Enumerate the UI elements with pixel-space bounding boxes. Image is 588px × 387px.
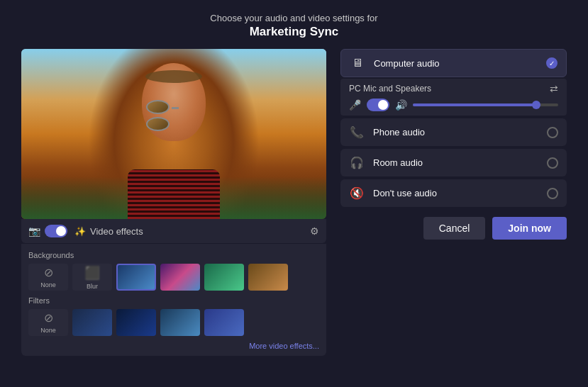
- microphone-icon: 🎤: [349, 99, 361, 111]
- computer-audio-option[interactable]: 🖥 Computer audio: [340, 49, 567, 77]
- camera-toggle-area: 📷: [28, 225, 67, 237]
- phone-audio-icon: 📞: [349, 125, 365, 139]
- volume-slider[interactable]: [413, 103, 558, 106]
- blur-icon: ⬛: [84, 265, 100, 281]
- bg-image-2-thumb[interactable]: [160, 264, 200, 291]
- bg-blur-label: Blur: [87, 283, 98, 290]
- header: Choose your audio and video settings for…: [210, 0, 377, 39]
- filters-label: Filters: [28, 296, 319, 305]
- audio-adjust-icon[interactable]: ⇄: [550, 83, 558, 94]
- bg-blur-thumb[interactable]: ⬛ Blur: [72, 264, 112, 291]
- action-buttons: Cancel Join now: [340, 217, 567, 240]
- camera-toggle[interactable]: [45, 225, 67, 237]
- filter-1-thumb[interactable]: [72, 309, 112, 336]
- mic-toggle[interactable]: [367, 99, 389, 111]
- no-audio-option[interactable]: 🔇 Don't use audio: [340, 179, 567, 207]
- video-controls-bar: 📷 ✨ Video effects ⚙: [21, 219, 326, 243]
- bg-image-1-thumb[interactable]: [116, 264, 156, 291]
- pc-audio-section: PC Mic and Speakers ⇄ 🎤 🔊: [340, 79, 567, 116]
- header-title: Marketing Sync: [210, 25, 377, 39]
- filters-row: ⊘ None: [28, 309, 319, 336]
- bg-none-thumb[interactable]: ⊘ None: [28, 264, 68, 291]
- filter-4-thumb[interactable]: [204, 309, 244, 336]
- bg-image-4-thumb[interactable]: [248, 264, 288, 291]
- no-audio-label: Don't use audio: [373, 188, 538, 198]
- bg-image-3-thumb[interactable]: [204, 264, 244, 291]
- left-panel: 📷 ✨ Video effects ⚙ Backgrounds ⊘ None: [21, 49, 326, 356]
- more-video-effects-link[interactable]: More video effects...: [28, 342, 319, 350]
- settings-gear-button[interactable]: ⚙: [310, 225, 319, 237]
- effects-panel: Backgrounds ⊘ None ⬛ Blur Fi: [21, 244, 326, 356]
- phone-audio-radio: [547, 127, 558, 138]
- computer-audio-icon: 🖥: [350, 57, 365, 69]
- room-audio-option[interactable]: 🎧 Room audio: [340, 149, 567, 176]
- phone-audio-option[interactable]: 📞 Phone audio: [340, 118, 567, 146]
- video-person: [21, 49, 326, 219]
- join-button[interactable]: Join now: [492, 217, 567, 240]
- no-audio-icon: 🔇: [349, 186, 365, 200]
- room-audio-icon: 🎧: [349, 156, 365, 169]
- filter-none-label: None: [40, 327, 56, 334]
- header-subtitle: Choose your audio and video settings for: [210, 13, 377, 23]
- video-effects-label-text: Video effects: [90, 226, 143, 237]
- video-preview: [21, 49, 326, 219]
- no-audio-radio: [547, 188, 558, 199]
- filter-2-thumb[interactable]: [116, 309, 156, 336]
- backgrounds-label: Backgrounds: [28, 251, 319, 259]
- room-audio-label: Room audio: [373, 157, 538, 168]
- bg-none-label: None: [40, 281, 56, 288]
- speaker-icon: 🔊: [395, 99, 407, 111]
- backgrounds-row: ⊘ None ⬛ Blur: [28, 264, 319, 291]
- volume-handle: [532, 101, 540, 109]
- filter-3-thumb[interactable]: [160, 309, 200, 336]
- filter-none-thumb[interactable]: ⊘ None: [28, 309, 68, 336]
- app-container: Choose your audio and video settings for…: [0, 0, 588, 387]
- main-content: 📷 ✨ Video effects ⚙ Backgrounds ⊘ None: [0, 49, 588, 356]
- no-filter-icon: ⊘: [44, 311, 53, 325]
- volume-fill: [413, 103, 536, 106]
- phone-audio-label: Phone audio: [373, 127, 538, 138]
- audio-controls-row: 🎤 🔊: [349, 99, 558, 111]
- shirt: [128, 169, 220, 219]
- no-bg-icon: ⊘: [44, 266, 53, 279]
- camera-icon: 📷: [28, 225, 40, 237]
- pc-device-row: PC Mic and Speakers ⇄: [349, 83, 558, 94]
- right-panel: 🖥 Computer audio PC Mic and Speakers ⇄ 🎤…: [340, 49, 567, 356]
- computer-audio-label: Computer audio: [374, 58, 538, 69]
- room-audio-radio: [547, 157, 558, 169]
- sunglasses: [146, 100, 201, 116]
- video-effects-button[interactable]: ✨ Video effects: [74, 226, 143, 237]
- pc-device-name: PC Mic and Speakers: [349, 84, 431, 94]
- effects-sparkle-icon: ✨: [74, 226, 86, 237]
- computer-audio-radio: [546, 57, 558, 69]
- cancel-button[interactable]: Cancel: [423, 217, 486, 240]
